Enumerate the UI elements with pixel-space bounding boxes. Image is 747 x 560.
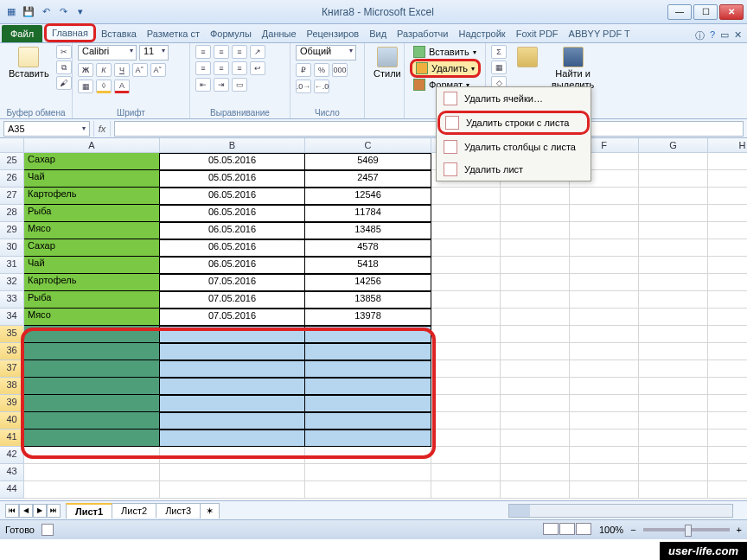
- cell[interactable]: [501, 239, 570, 257]
- cell[interactable]: Рыба: [24, 205, 160, 222]
- cell[interactable]: [431, 360, 501, 378]
- cell[interactable]: [639, 188, 708, 205]
- sheet-tab-1[interactable]: Лист1: [66, 503, 112, 519]
- cell[interactable]: [431, 447, 501, 464]
- qat-more-icon[interactable]: ▾: [73, 4, 88, 20]
- cell[interactable]: [639, 343, 708, 360]
- cell[interactable]: 11784: [305, 205, 431, 222]
- cell[interactable]: [639, 257, 708, 274]
- cell[interactable]: 4578: [305, 239, 431, 257]
- sheet-nav-first-icon[interactable]: ⏮: [5, 504, 19, 518]
- cell[interactable]: [305, 447, 431, 464]
- cell[interactable]: 13978: [305, 309, 431, 326]
- cell[interactable]: 2457: [305, 170, 431, 188]
- cell[interactable]: [431, 395, 501, 412]
- zoom-slider[interactable]: [643, 528, 730, 531]
- tab-data[interactable]: Данные: [257, 25, 302, 42]
- wrap-text-icon[interactable]: ↩: [250, 61, 265, 75]
- cell[interactable]: 07.05.2016: [160, 309, 305, 326]
- tab-addins[interactable]: Надстройк: [453, 25, 510, 42]
- cell[interactable]: [431, 412, 501, 430]
- sheet-tab-2[interactable]: Лист2: [112, 503, 156, 518]
- doc-close-icon[interactable]: ✕: [734, 29, 742, 42]
- cell[interactable]: 06.05.2016: [160, 257, 305, 274]
- cell[interactable]: [431, 239, 501, 257]
- cell[interactable]: [570, 291, 639, 309]
- cell[interactable]: [431, 464, 501, 481]
- cell[interactable]: [160, 481, 305, 499]
- cut-icon[interactable]: ✂: [56, 45, 72, 59]
- inc-decimal-icon[interactable]: .0→: [296, 80, 311, 93]
- row-header[interactable]: 40: [0, 412, 24, 430]
- cell[interactable]: [708, 360, 747, 378]
- cell[interactable]: [570, 481, 639, 499]
- cell[interactable]: [160, 412, 305, 430]
- spreadsheet-grid[interactable]: ABCDEFGH25Сахар05.05.2016546926Чай05.05.…: [0, 138, 747, 499]
- cell[interactable]: [431, 378, 501, 395]
- cell[interactable]: [639, 239, 708, 257]
- cell[interactable]: [501, 343, 570, 360]
- dec-decimal-icon[interactable]: ←.0: [314, 80, 329, 93]
- cell[interactable]: 05.05.2016: [160, 170, 305, 188]
- save-icon[interactable]: 💾: [21, 4, 36, 20]
- help-icon[interactable]: ?: [710, 29, 715, 42]
- cell[interactable]: [24, 447, 160, 464]
- borders-icon[interactable]: ▦: [78, 80, 93, 93]
- cell[interactable]: 13485: [305, 222, 431, 239]
- cell[interactable]: [501, 222, 570, 239]
- cell[interactable]: [501, 274, 570, 291]
- cell[interactable]: [160, 360, 305, 378]
- sort-filter-button[interactable]: [514, 45, 541, 69]
- cell[interactable]: [570, 464, 639, 481]
- cell[interactable]: 06.05.2016: [160, 205, 305, 222]
- cell[interactable]: [501, 188, 570, 205]
- cell[interactable]: [431, 274, 501, 291]
- cell[interactable]: [639, 153, 708, 170]
- cell[interactable]: [305, 481, 431, 499]
- file-tab[interactable]: Файл: [2, 25, 42, 42]
- cell[interactable]: [708, 188, 747, 205]
- cell[interactable]: Чай: [24, 170, 160, 188]
- row-header[interactable]: 26: [0, 170, 24, 188]
- tab-dev[interactable]: Разработчи: [392, 25, 453, 42]
- cell[interactable]: Чай: [24, 257, 160, 274]
- cell[interactable]: [431, 291, 501, 309]
- cell[interactable]: [305, 326, 431, 343]
- sheet-nav-last-icon[interactable]: ⏭: [47, 504, 61, 518]
- row-header[interactable]: 33: [0, 291, 24, 309]
- formula-input[interactable]: [114, 121, 744, 137]
- cell[interactable]: [305, 395, 431, 412]
- cell[interactable]: [708, 153, 747, 170]
- cell[interactable]: Мясо: [24, 309, 160, 326]
- cell[interactable]: [305, 360, 431, 378]
- paste-button[interactable]: Вставить: [5, 45, 53, 80]
- insert-cells-button[interactable]: Вставить▾: [410, 45, 481, 59]
- cell[interactable]: [305, 412, 431, 430]
- cell[interactable]: [708, 326, 747, 343]
- cell[interactable]: [431, 205, 501, 222]
- cell[interactable]: [570, 257, 639, 274]
- styles-button[interactable]: Стили: [370, 45, 405, 80]
- brush-icon[interactable]: 🖌: [56, 76, 72, 90]
- sheet-tab-3[interactable]: Лист3: [156, 503, 201, 518]
- name-box[interactable]: A35▾: [3, 121, 90, 137]
- cell[interactable]: [570, 326, 639, 343]
- autosum-icon[interactable]: Σ: [491, 45, 507, 59]
- cell[interactable]: [160, 378, 305, 395]
- cell[interactable]: Картофель: [24, 274, 160, 291]
- cell[interactable]: [24, 412, 160, 430]
- col-header[interactable]: G: [639, 138, 708, 153]
- col-header[interactable]: B: [160, 138, 305, 153]
- cell[interactable]: [570, 343, 639, 360]
- percent-icon[interactable]: %: [314, 63, 329, 77]
- cell[interactable]: 06.05.2016: [160, 222, 305, 239]
- cell[interactable]: [639, 430, 708, 447]
- cell[interactable]: Рыба: [24, 291, 160, 309]
- tab-view[interactable]: Вид: [364, 25, 392, 42]
- copy-icon[interactable]: ⧉: [56, 60, 72, 74]
- cell[interactable]: [24, 360, 160, 378]
- cell[interactable]: 05.05.2016: [160, 153, 305, 170]
- cell[interactable]: [570, 205, 639, 222]
- cell[interactable]: [708, 481, 747, 499]
- align-left-icon[interactable]: ≡: [195, 61, 211, 75]
